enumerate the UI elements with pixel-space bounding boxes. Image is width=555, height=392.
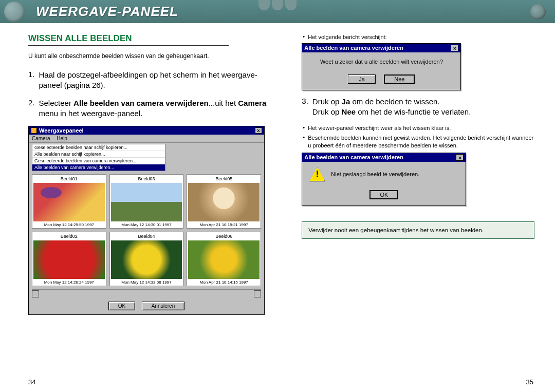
ok-button[interactable]: OK: [369, 190, 398, 199]
bullet: • Beschermde beelden kunnen niet gewist …: [302, 134, 534, 150]
thumbnail-grid: Beeld01Mon May 12 14:25:50 1997Beeld03Mo…: [29, 173, 264, 289]
horizontal-scrollbar[interactable]: [32, 289, 261, 296]
yes-button[interactable]: Ja: [348, 74, 376, 84]
dialog-title: Alle beelden van camera verwijderen: [304, 154, 403, 160]
thumbnail[interactable]: Beeld04Mon May 12 14:33:08 1997: [109, 232, 184, 286]
menu-item[interactable]: Geselecteerde beelden van camera verwijd…: [32, 158, 165, 164]
header-bar: WEERGAVE-PANEEL: [0, 0, 555, 23]
bullet: • Het viewer-paneel verschijnt weer als …: [302, 124, 534, 132]
menu-item-highlighted[interactable]: Alle beelden van camera verwijderen...: [32, 164, 165, 171]
dialog-message: Niet geslaagd beeld te verwijderen.: [331, 171, 419, 177]
confirm-dialog: Alle beelden van camera verwijderen × We…: [302, 43, 461, 90]
error-dialog: Alle beelden van camera verwijderen × Ni…: [302, 153, 466, 206]
warning-icon: [309, 167, 325, 181]
camera-menu-dropdown: Geselecteerde beelden naar schijf kopiër…: [32, 144, 165, 171]
intro-text: U kunt alle onbeschermde beelden wissen …: [28, 52, 271, 60]
ok-button[interactable]: OK: [108, 302, 135, 310]
step-1: 1. Haal de postzegel-afbeeldingen op het…: [28, 70, 271, 91]
cancel-button[interactable]: Annuleren: [142, 302, 185, 310]
bullet: • Het volgende bericht verschijnt:: [302, 33, 534, 41]
thumbnail[interactable]: Beeld01Mon May 12 14:25:50 1997: [32, 174, 106, 229]
app-icon: [31, 127, 37, 134]
step-3: 3. Druk op Ja om de beelden te wissen. D…: [302, 97, 534, 118]
window-titlebar: Weergavepaneel ×: [29, 126, 264, 135]
page-title: WEERGAVE-PANEEL: [36, 4, 178, 20]
screenshot-viewer-panel: Weergavepaneel × Camera Help Geselecteer…: [28, 126, 265, 315]
page-number-right: 35: [526, 378, 533, 386]
caution-note: Verwijder nooit een geheugenkaart tijden…: [302, 221, 534, 239]
close-icon[interactable]: ×: [451, 45, 458, 51]
thumbnail[interactable]: Beeld06Mon Apr 21 10:14:15 1997: [187, 232, 261, 286]
menu-camera[interactable]: Camera: [32, 136, 50, 141]
step-2: 2. Selecteer Alle beelden van camera ver…: [28, 98, 271, 119]
dialog-message: Weet u zeker dat u alle beelden wilt ver…: [302, 52, 460, 71]
close-icon[interactable]: ×: [456, 154, 464, 161]
dialog-title: Alle beelden van camera verwijderen: [304, 45, 403, 51]
menu-item[interactable]: Alle beelden naar schijf kopiëren...: [32, 151, 165, 158]
menubar: Camera Help: [29, 135, 264, 143]
menu-help[interactable]: Help: [57, 136, 67, 141]
section-title: WISSEN ALLE BEELDEN: [28, 33, 229, 46]
thumbnail[interactable]: Beeld05Mon Apr 21 10:15:21 1997: [187, 174, 261, 229]
menu-item[interactable]: Geselecteerde beelden naar schijf kopiër…: [32, 144, 165, 151]
header-tabs: [258, 0, 297, 10]
page-number-left: 34: [28, 378, 35, 386]
no-button[interactable]: Nee: [384, 74, 415, 84]
header-ornament-left: [4, 2, 25, 22]
thumbnail[interactable]: Beeld03Mon May 12 14:30:01 1997: [109, 174, 184, 229]
thumbnail[interactable]: Beeld02Mon May 12 14:26:24 1997: [32, 232, 106, 286]
close-icon[interactable]: ×: [255, 127, 262, 134]
header-ornament-right: [530, 4, 546, 20]
